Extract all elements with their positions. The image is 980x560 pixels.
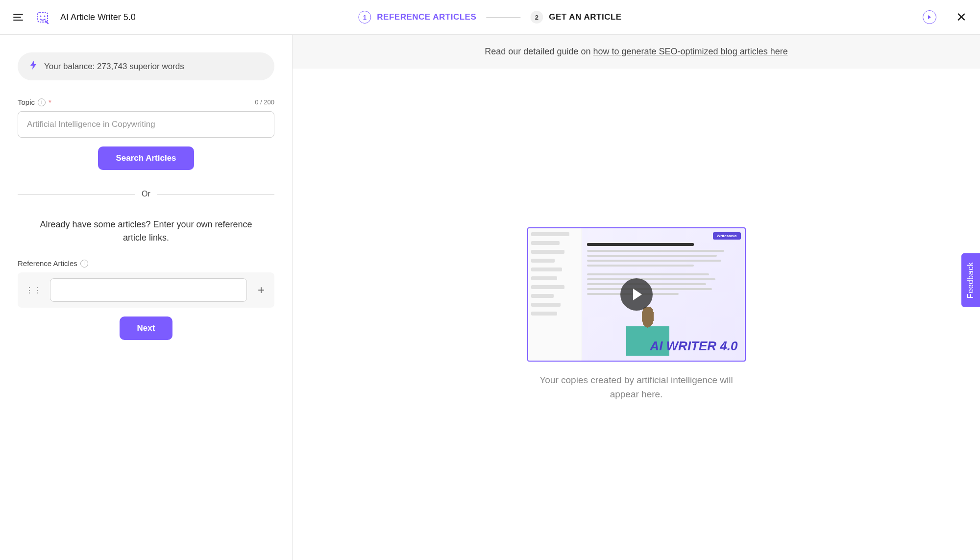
guide-link[interactable]: how to generate SEO-optimized blog artic…: [593, 47, 787, 56]
reference-input-row: ⋮⋮ +: [18, 272, 274, 308]
play-tutorial-button[interactable]: [923, 10, 936, 24]
app-title: AI Article Writer 5.0: [60, 12, 136, 23]
sidebar: Your balance: 273,743 superior words Top…: [0, 35, 293, 560]
feedback-tab[interactable]: Feedback: [961, 253, 980, 307]
reference-link-input[interactable]: [50, 278, 247, 302]
svg-point-1: [40, 16, 42, 17]
video-preview[interactable]: Writesonic AI WRITE: [527, 227, 746, 362]
step-reference-articles[interactable]: 1 REFERENCE ARTICLES: [358, 11, 476, 24]
required-marker: *: [49, 98, 51, 106]
topic-label: Topic i *: [18, 98, 51, 106]
steps-nav: 1 REFERENCE ARTICLES 2 GET AN ARTICLE: [358, 11, 621, 24]
content-body: Writesonic AI WRITE: [293, 69, 980, 560]
lightning-icon: [29, 60, 37, 73]
own-articles-prompt: Already have some articles? Enter your o…: [18, 218, 274, 244]
preview-big-text: AI WRITER 4.0: [650, 339, 737, 354]
app-logo-icon: [35, 9, 50, 25]
balance-text: Your balance: 273,743 superior words: [44, 62, 184, 72]
header-right: ✕: [923, 10, 967, 25]
step-label: REFERENCE ARTICLES: [377, 12, 476, 22]
reference-articles-label: Reference Articles i: [18, 259, 274, 268]
topic-label-row: Topic i * 0 / 200: [18, 98, 274, 106]
guide-prefix: Read our detailed guide on: [485, 47, 593, 56]
step-number: 1: [358, 11, 371, 24]
step-label: GET AN ARTICLE: [549, 12, 621, 22]
search-articles-button[interactable]: Search Articles: [98, 146, 194, 170]
placeholder-text: Your copies created by artificial intell…: [534, 373, 739, 401]
step-divider: [486, 17, 520, 18]
step-get-article[interactable]: 2 GET AN ARTICLE: [530, 11, 621, 24]
guide-banner: Read our detailed guide on how to genera…: [293, 35, 980, 69]
or-divider: Or: [18, 190, 274, 198]
svg-point-2: [44, 16, 46, 17]
or-text: Or: [142, 190, 150, 198]
header-left: AI Article Writer 5.0: [13, 9, 136, 25]
preview-badge: Writesonic: [713, 232, 741, 240]
content-area: Read our detailed guide on how to genera…: [293, 35, 980, 560]
info-icon[interactable]: i: [38, 98, 46, 106]
menu-icon[interactable]: [13, 11, 25, 23]
step-number: 2: [530, 11, 543, 24]
add-reference-button[interactable]: +: [254, 283, 269, 297]
close-button[interactable]: ✕: [956, 10, 967, 25]
main: Your balance: 273,743 superior words Top…: [0, 35, 980, 560]
drag-handle-icon[interactable]: ⋮⋮: [24, 286, 43, 295]
topic-input[interactable]: [18, 111, 274, 138]
info-icon[interactable]: i: [80, 260, 88, 268]
balance-pill: Your balance: 273,743 superior words: [18, 52, 274, 80]
next-button[interactable]: Next: [120, 317, 173, 340]
char-count: 0 / 200: [255, 98, 274, 106]
play-overlay-icon: [620, 278, 653, 311]
header: AI Article Writer 5.0 1 REFERENCE ARTICL…: [0, 0, 980, 35]
